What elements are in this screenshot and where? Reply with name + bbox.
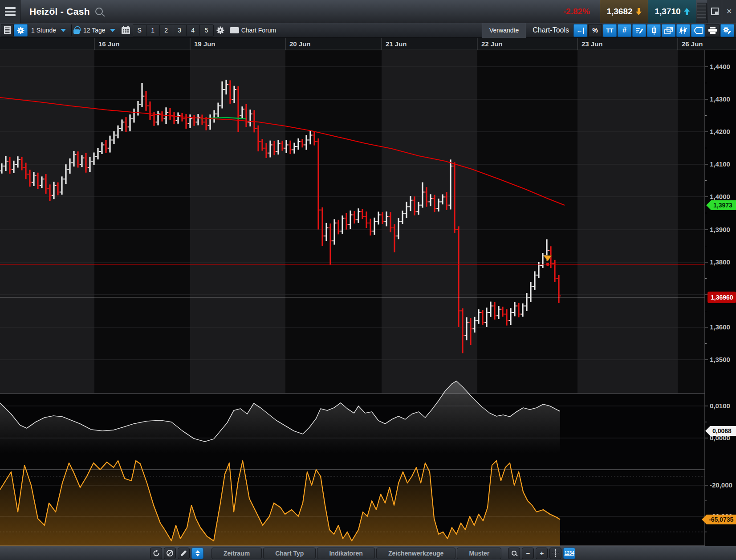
chart-canvas[interactable]: 1,44001,43001,42001,41001,40001,39001,38… [0, 38, 736, 546]
search-icon[interactable] [95, 8, 103, 15]
candlestick-icon [651, 26, 658, 35]
timeframe-value: 1 Stunde [31, 27, 56, 34]
pencil-icon [180, 550, 187, 556]
range-dropdown[interactable]: 12 Tage [80, 27, 119, 34]
grid-icon: # [622, 26, 626, 35]
pattern-scan-button[interactable] [676, 24, 690, 37]
print-button[interactable] [706, 24, 720, 37]
indicator-draw-button[interactable] [632, 24, 646, 37]
plus-icon: + [540, 549, 544, 557]
zoom-out-button[interactable]: − [522, 548, 534, 559]
pencil-lines-icon [635, 26, 643, 34]
axis-tick-label: 1,4400 [710, 63, 730, 70]
ma-value-badge-value: 1,3973 [713, 202, 732, 209]
calendar-icon [122, 26, 130, 34]
chart-type-candle-button[interactable] [647, 24, 661, 37]
gridlines-button[interactable]: # [618, 24, 631, 37]
quick-range-5[interactable]: 5 [200, 25, 213, 36]
williams-r-value-badge-value: -65,0735 [709, 516, 733, 523]
percent-icon: % [592, 27, 598, 34]
last-price-badge-value: 1,36960 [711, 294, 733, 301]
auto-refresh-button[interactable] [150, 548, 162, 559]
quick-range-1[interactable]: 1 [146, 25, 160, 36]
bottom-toolbar: ZeitraumChart TypIndikatorenZeichenwerkz… [0, 546, 736, 560]
refresh-icon [153, 550, 160, 557]
arrow-down-icon [636, 8, 642, 15]
momentum-value-badge-value: 0,0068 [712, 427, 732, 434]
bottom-button-zeitraum[interactable]: Zeitraum [211, 548, 262, 559]
quick-range-2[interactable]: 2 [160, 25, 173, 36]
date-label: 16 Jun [98, 40, 120, 48]
date-label: 22 Jun [481, 40, 503, 48]
axis-tick-label: -20,000 [710, 481, 732, 489]
bottom-button-chart-typ[interactable]: Chart Typ [263, 548, 316, 559]
restore-icon [711, 8, 719, 15]
restore-window-button[interactable] [708, 0, 722, 23]
change-percent: -2.82% [553, 0, 600, 23]
quick-range-4[interactable]: 4 [187, 25, 200, 36]
axis-tick-label: 1,4000 [710, 193, 730, 200]
undo-button[interactable]: ←| [573, 24, 587, 37]
axis-tick-label: 1,3800 [710, 258, 730, 266]
chevron-down-icon [110, 29, 115, 32]
related-label: Verwandte [489, 27, 519, 34]
news-list-button[interactable] [1, 24, 14, 37]
zoom-preset-button[interactable]: 1234 [563, 548, 575, 559]
close-icon: × [727, 6, 732, 16]
drag-grip[interactable] [697, 3, 707, 20]
quick-range-s[interactable]: S [133, 25, 146, 36]
minus-icon: − [526, 549, 530, 557]
buy-price-value: 1,3710 [655, 7, 680, 16]
axis-tick-label: 1,4300 [710, 95, 730, 103]
axis-tick-label: 1,4200 [710, 128, 730, 135]
edit-tools-button[interactable] [720, 24, 734, 37]
compare-charts-button[interactable] [662, 24, 675, 37]
date-label: 23 Jun [581, 40, 603, 48]
quick-range-3[interactable]: 3 [173, 25, 187, 36]
bottom-button-zeichenwerkzeuge[interactable]: Zeichenwerkzeuge [376, 548, 456, 559]
draw-button[interactable] [178, 548, 190, 559]
sort-arrows-icon [195, 550, 200, 556]
callout-tag-icon [694, 27, 703, 34]
chart-settings-button[interactable] [14, 24, 28, 37]
reorder-panels-button[interactable] [191, 548, 203, 559]
crosshair-button[interactable] [549, 548, 561, 559]
back-arrow-icon: ←| [577, 27, 585, 34]
sell-price-button[interactable]: 1,3682 [600, 0, 648, 23]
gear-icon [216, 26, 224, 34]
candle-trend-icon [679, 26, 687, 34]
text-tool-icon: TT [606, 27, 614, 34]
news-list-icon [4, 26, 11, 34]
axis-tick-label: 1,3500 [710, 356, 730, 363]
text-annotation-button[interactable]: TT [603, 24, 617, 37]
date-axis[interactable]: 16 Jun19 Jun20 Jun21 Jun22 Jun23 Jun26 J… [0, 38, 736, 50]
related-button[interactable]: Verwandte [482, 23, 526, 38]
date-label: 19 Jun [194, 40, 216, 48]
chart-toolbar: 1 Stunde 12 Tage S12345 [0, 23, 736, 38]
price-axis[interactable]: 1,44001,43001,42001,41001,40001,39001,38… [702, 50, 736, 546]
chart-forum-button[interactable]: Chart Forum [227, 24, 279, 37]
timeframe-dropdown[interactable]: 1 Stunde [28, 27, 69, 34]
page-title: Heizöl - Cash [29, 6, 90, 17]
settings-button[interactable] [214, 24, 227, 37]
zoom-tool-button[interactable] [508, 548, 520, 559]
no-entry-icon [167, 550, 173, 556]
trade-dot-icon [546, 263, 549, 266]
arrow-up-icon [684, 8, 690, 15]
chart-forum-label: Chart Forum [241, 27, 277, 34]
printer-icon [708, 27, 717, 34]
calendar-button[interactable] [119, 24, 133, 37]
date-label: 21 Jun [386, 40, 407, 48]
disable-drawing-button[interactable] [164, 548, 176, 559]
bottom-button-muster[interactable]: Muster [457, 548, 501, 559]
date-label: 20 Jun [289, 40, 311, 48]
lock-icon[interactable] [73, 29, 80, 34]
chevron-down-icon [61, 29, 66, 32]
menu-icon[interactable] [0, 0, 20, 23]
bottom-button-indikatoren[interactable]: Indikatoren [317, 548, 374, 559]
zoom-in-button[interactable]: + [536, 548, 548, 559]
close-window-button[interactable]: × [722, 0, 736, 23]
callout-button[interactable] [691, 24, 705, 37]
buy-price-button[interactable]: 1,3710 [648, 0, 696, 23]
percent-scale-button[interactable]: % [588, 24, 602, 37]
